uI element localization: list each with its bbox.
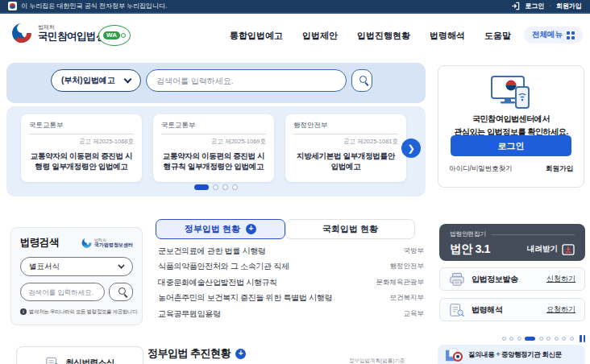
list-item[interactable]: 대중문화예술산업발전법 시행규칙 문화체육관광부 — [158, 275, 424, 291]
law-agency: 교육부 — [404, 309, 425, 319]
editor-name: 법안 3.1 — [450, 242, 490, 257]
carousel-dot[interactable] — [213, 184, 218, 190]
list-item[interactable]: 교육공무원임용령 교육부 — [158, 306, 424, 322]
notice-title: 지방세기본법 일부개정법률안 입법예고 — [293, 151, 398, 172]
search-icon — [359, 76, 367, 83]
carousel-pagination — [194, 184, 238, 190]
law-title: 식품의약품안전처와 그 소속기관 직제 — [158, 261, 289, 272]
pager-dot[interactable] — [546, 337, 551, 341]
gov-progress-heading: 정부입법 추진현황 + — [148, 346, 246, 361]
latest-law-news-card[interactable]: 최신법령소식 — [16, 346, 143, 364]
news-document-icon — [45, 357, 60, 364]
law-title: 교육공무원임용령 — [158, 308, 221, 320]
plus-more-icon[interactable]: + — [246, 224, 256, 234]
notice-category-value: (부처)입법예고 — [61, 75, 115, 86]
list-item[interactable]: 군보건의료에 관한 법률 시행령 국방부 — [158, 243, 424, 259]
info-icon: i — [20, 308, 27, 315]
pager-dot[interactable] — [517, 337, 521, 341]
pager-dot-active[interactable] — [525, 337, 535, 341]
law-title: 군보건의료에 관한 법률 시행령 — [158, 246, 266, 257]
pause-icon[interactable] — [580, 335, 585, 342]
gov-progress-title: 정부입법 추진현황 — [148, 346, 231, 361]
download-button[interactable]: 내려받기 — [527, 244, 575, 255]
printer-icon — [449, 272, 465, 287]
download-icon — [562, 244, 575, 255]
pager-dot[interactable] — [502, 337, 506, 341]
grid-menu-icon — [567, 31, 575, 39]
tab-gov-label: 정부입법 현황 — [185, 223, 240, 235]
pager-dot[interactable] — [539, 337, 543, 341]
web-accessibility-badge: WA — [98, 25, 131, 46]
signup-link[interactable]: 회원가입 — [546, 164, 573, 174]
tab-assembly-legislation[interactable]: 국회입법 현황 — [285, 219, 415, 239]
pager-dot[interactable] — [509, 337, 513, 341]
inquiry-left-text: 질의내용 — [468, 350, 494, 358]
topbar-login-link[interactable]: 로그인 — [525, 2, 544, 10]
login-button[interactable]: 로그인 — [451, 135, 571, 156]
tab-gov-legislation[interactable]: 정부입법 현황 + — [156, 219, 285, 239]
wa-badge-text: WA — [103, 31, 120, 40]
editor-label: 법령안편집기 — [450, 230, 486, 238]
nav-item-integrated-notice[interactable]: 통합입법예고 — [230, 30, 283, 42]
chevron-down-icon — [118, 262, 124, 268]
main-nav: 통합입법예고 입법제안 입법진행현황 법령해석 도움말 — [230, 15, 511, 56]
plus-more-icon[interactable]: + — [235, 349, 246, 359]
find-credentials-link[interactable]: 아이디/비밀번호찾기 — [449, 164, 513, 174]
send-apply-link[interactable]: 신청하기 — [546, 274, 575, 284]
next-arrow-icon: ❯ — [407, 143, 414, 154]
hero-search-button[interactable] — [351, 69, 372, 92]
list-item[interactable]: 식품의약품안전처와 그 소속기관 직제 행정안전부 — [158, 259, 424, 275]
notice-agency: 행정안전부 — [293, 121, 398, 134]
nav-item-legislation-proposal[interactable]: 입법제안 — [302, 30, 338, 42]
inquiry-reply-card[interactable]: 질의내용 + 중앙행정기관 회신문 — [438, 345, 585, 364]
login-message: 국민참여입법센터에서 관심있는 입법정보를 확인하세요. — [438, 113, 584, 138]
nav-item-help[interactable]: 도움말 — [484, 30, 511, 42]
pager-dot[interactable] — [555, 337, 559, 341]
inquiry-right-text: 중앙행정기관 회신문 — [501, 350, 562, 358]
list-item[interactable]: 농어촌주민의 보건복지 증진을 위한 특별법 시행령 보건복지부 — [158, 291, 424, 307]
hero-search-input[interactable] — [146, 69, 347, 92]
legislation-info-send-card[interactable]: 입법정보발송 신청하기 — [439, 267, 585, 291]
divider — [491, 234, 575, 235]
nav-item-law-interpretation[interactable]: 법령해석 — [430, 30, 465, 42]
korea-flag-icon — [8, 2, 17, 10]
law-search-input[interactable] — [20, 283, 105, 301]
law-search-note: 법제처는 우리나라의 모든 법령정보를 제공합니다. — [29, 308, 139, 316]
topbar-divider: · — [549, 2, 551, 10]
login-links: 아이디/비밀번호찾기 회원가입 — [449, 164, 573, 174]
law-category-select[interactable]: 별표서식 — [20, 257, 133, 276]
law-category-value: 별표서식 — [29, 262, 60, 272]
notice-agency: 국토교통부 — [29, 121, 134, 134]
document-magnifier-icon — [449, 303, 465, 317]
nav-item-legislation-progress[interactable]: 입법진행현황 — [357, 30, 410, 42]
latest-news-label: 최신법령소식 — [65, 358, 114, 364]
notice-card[interactable]: 국토교통부 공고 제2025-1068호 교통약자의 이동편의 증진법 시행령 … — [21, 114, 142, 182]
banner-pagination — [439, 335, 585, 342]
notice-title: 교통약자의 이동편의 증진법 시행령 일부개정령안 입법예고 — [29, 151, 134, 172]
carousel-dot[interactable] — [222, 184, 228, 190]
law-title: 대중문화예술산업발전법 시행규칙 — [158, 277, 277, 288]
notice-agency: 국토교통부 — [161, 121, 266, 134]
download-label: 내려받기 — [527, 244, 558, 254]
carousel-dot[interactable] — [232, 184, 238, 190]
pager-dot[interactable] — [562, 337, 566, 341]
carousel-next-button[interactable]: ❯ — [401, 139, 421, 158]
carousel-dot-active[interactable] — [194, 184, 209, 190]
pager-dot[interactable] — [570, 337, 574, 341]
law-center-logo: 법제처 국가법령정보센터 — [81, 238, 133, 248]
law-agency: 국방부 — [404, 246, 425, 256]
login-icon — [511, 2, 520, 10]
notice-card[interactable]: 행정안전부 공고 제2025-1081호 지방세기본법 일부개정법률안 입법예고 — [285, 114, 406, 182]
notice-card[interactable]: 국토교통부 공고 제2025-1069호 교통약자의 이동편의 증진법 시행규칙… — [153, 114, 274, 182]
monitor-phone-icon — [489, 74, 533, 110]
law-interpretation-card[interactable]: 법령해석 요청하기 — [439, 298, 585, 321]
notice-category-select[interactable]: (부처)입법예고 — [51, 69, 141, 92]
topbar-signup-link[interactable]: 회원가입 — [556, 2, 582, 10]
law-search-title: 법령검색 — [20, 236, 59, 250]
all-menu-button[interactable]: 전체메뉴 — [524, 27, 583, 43]
inquiry-plus-text: + — [496, 350, 500, 358]
law-search-button[interactable] — [109, 283, 133, 301]
wa-figure-icon — [121, 33, 126, 38]
notice-number: 공고 제2025-1068호 — [29, 138, 134, 146]
interpret-request-link[interactable]: 요청하기 — [546, 304, 575, 315]
